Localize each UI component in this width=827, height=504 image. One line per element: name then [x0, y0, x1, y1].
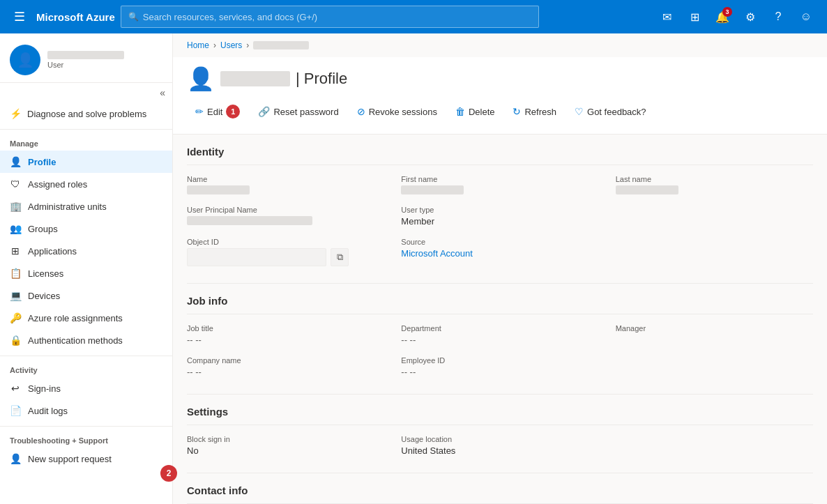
notification-count-badge: 3	[722, 7, 732, 17]
help-icon-button[interactable]: ?	[766, 4, 791, 29]
refresh-button[interactable]: ↻ Refresh	[504, 102, 565, 121]
feedback-icon-button[interactable]: ☺	[794, 4, 819, 29]
sidebar-item-label-assigned-roles: Assigned roles	[28, 179, 87, 190]
sidebar-divider-troubleshoot	[0, 426, 172, 427]
breadcrumb-home[interactable]: Home	[187, 40, 209, 50]
sidebar-item-label-azure-roles: Azure role assignments	[28, 313, 123, 323]
edit-button[interactable]: ✏ Edit 1	[187, 100, 248, 123]
field-upn: User Principal Name	[187, 206, 384, 227]
edit-label: Edit	[207, 107, 222, 117]
job-title-label: Job title	[187, 324, 384, 333]
feedback-heart-icon: ♡	[575, 106, 584, 117]
sidebar-section-troubleshoot: Troubleshooting + Support	[0, 431, 172, 448]
notifications-icon-button[interactable]: 🔔 3	[710, 4, 735, 29]
sign-ins-icon: ↩	[10, 383, 21, 394]
sidebar-divider-top	[0, 129, 172, 130]
delete-button[interactable]: 🗑 Delete	[447, 102, 503, 121]
hamburger-menu-button[interactable]: ☰	[8, 6, 31, 27]
sidebar-item-audit-logs[interactable]: 📄 Audit logs	[0, 399, 172, 422]
top-navigation: ☰ Microsoft Azure 🔍 ✉ ⊞ 🔔 3 ⚙ ? ☺	[0, 0, 827, 33]
company-name-label: Company name	[187, 356, 384, 365]
sidebar-item-label-support: New support request	[28, 454, 112, 464]
revoke-sessions-button[interactable]: ⊘ Revoke sessions	[349, 102, 446, 121]
page-title: | Profile	[296, 70, 347, 88]
identity-section-title: Identity	[187, 146, 813, 165]
page-user-avatar-icon: 👤	[187, 66, 215, 92]
collapse-sidebar-button[interactable]: «	[160, 87, 165, 98]
block-sign-in-label: Block sign in	[187, 435, 384, 443]
object-id-input[interactable]	[187, 248, 326, 266]
brand-logo: Microsoft Azure	[36, 11, 115, 23]
sidebar-item-label-devices: Devices	[28, 291, 60, 301]
sidebar-item-new-support-request[interactable]: 👤 New support request	[0, 448, 172, 470]
delete-icon: 🗑	[455, 106, 465, 117]
breadcrumb-chevron-1: ›	[213, 40, 216, 50]
sidebar-item-azure-role-assignments[interactable]: 🔑 Azure role assignments	[0, 307, 172, 329]
name-value	[187, 185, 250, 194]
contact-section-title: Contact info	[187, 484, 813, 504]
sidebar-item-devices[interactable]: 💻 Devices	[0, 284, 172, 307]
step1-badge: 1	[226, 105, 240, 119]
sidebar-item-applications[interactable]: ⊞ Applications	[0, 240, 172, 262]
user-name-blurred	[47, 51, 124, 59]
collapse-button-row: «	[0, 83, 172, 102]
authentication-icon: 🔒	[10, 335, 21, 346]
sidebar-item-groups[interactable]: 👥 Groups	[0, 217, 172, 240]
main-content: Home › Users › 👤 | Profile ✏ Edit 1 🔗	[173, 33, 827, 504]
sidebar-item-diagnose[interactable]: ⚡ Diagnose and solve problems	[0, 102, 172, 125]
sidebar-section-activity: Activity	[0, 360, 172, 377]
devices-icon: 💻	[10, 290, 21, 301]
department-label: Department	[401, 324, 598, 333]
reset-password-button[interactable]: 🔗 Reset password	[250, 102, 347, 121]
field-block-sign-in: Block sign in No	[187, 435, 384, 456]
copy-object-id-button[interactable]: ⧉	[331, 248, 349, 266]
jobinfo-fields-grid: Job title -- -- Department -- -- Manager…	[187, 324, 813, 377]
sidebar-divider-activity	[0, 356, 172, 356]
source-value[interactable]: Microsoft Account	[401, 248, 598, 259]
sidebar-item-assigned-roles[interactable]: 🛡 Assigned roles	[0, 173, 172, 195]
content-area: Identity Name First name Last name User …	[173, 135, 827, 504]
first-name-value	[401, 185, 464, 194]
field-user-type: User type Member	[401, 206, 598, 227]
sidebar-section-manage: Manage	[0, 134, 172, 151]
feedback-icon: ☺	[801, 10, 812, 23]
department-value: -- --	[401, 335, 598, 345]
sidebar-item-label-auth-methods: Authentication methods	[28, 335, 123, 346]
field-job-title: Job title -- --	[187, 324, 384, 345]
search-bar[interactable]: 🔍	[121, 6, 539, 28]
administrative-units-icon: 🏢	[10, 201, 21, 212]
settings-fields-grid: Block sign in No Usage location United S…	[187, 435, 813, 456]
sidebar-item-licenses[interactable]: 📋 Licenses	[0, 262, 172, 284]
reset-password-label: Reset password	[273, 107, 338, 117]
sidebar-item-administrative-units[interactable]: 🏢 Administrative units	[0, 195, 172, 217]
search-input[interactable]	[143, 12, 531, 22]
step2-badge: 2	[160, 465, 177, 482]
email-icon-button[interactable]: ✉	[654, 4, 679, 29]
sidebar-item-authentication-methods[interactable]: 🔒 Authentication methods	[0, 329, 172, 351]
user-header: 👤 User	[0, 33, 172, 83]
sidebar-item-label-profile: Profile	[28, 157, 56, 167]
page-header: 👤 | Profile ✏ Edit 1 🔗 Reset password ⊘ …	[173, 57, 827, 135]
bookmarks-icon-button[interactable]: ⊞	[682, 4, 707, 29]
upn-value	[187, 216, 312, 225]
breadcrumb-users[interactable]: Users	[220, 40, 242, 50]
applications-icon: ⊞	[10, 245, 21, 257]
sidebar-item-sign-ins[interactable]: ↩ Sign-ins	[0, 377, 172, 399]
upn-label: User Principal Name	[187, 206, 384, 214]
audit-logs-icon: 📄	[10, 405, 21, 416]
job-title-value: -- --	[187, 335, 384, 345]
sidebar: 👤 User « ⚡ Diagnose and solve problems M…	[0, 33, 173, 504]
last-name-label: Last name	[616, 175, 813, 183]
feedback-button[interactable]: ♡ Got feedback?	[566, 102, 655, 121]
settings-icon-button[interactable]: ⚙	[738, 4, 763, 29]
sidebar-item-profile[interactable]: 👤 Profile	[0, 151, 172, 173]
revoke-sessions-icon: ⊘	[357, 106, 365, 117]
field-usage-location: Usage location United States	[401, 435, 598, 456]
support-request-icon: 👤	[10, 453, 21, 464]
settings-icon: ⚙	[745, 10, 755, 24]
object-id-label: Object ID	[187, 238, 384, 246]
usage-location-value: United States	[401, 445, 598, 456]
sidebar-item-label-administrative-units: Administrative units	[28, 201, 107, 212]
usage-location-label: Usage location	[401, 435, 598, 443]
settings-section-title: Settings	[187, 406, 813, 425]
